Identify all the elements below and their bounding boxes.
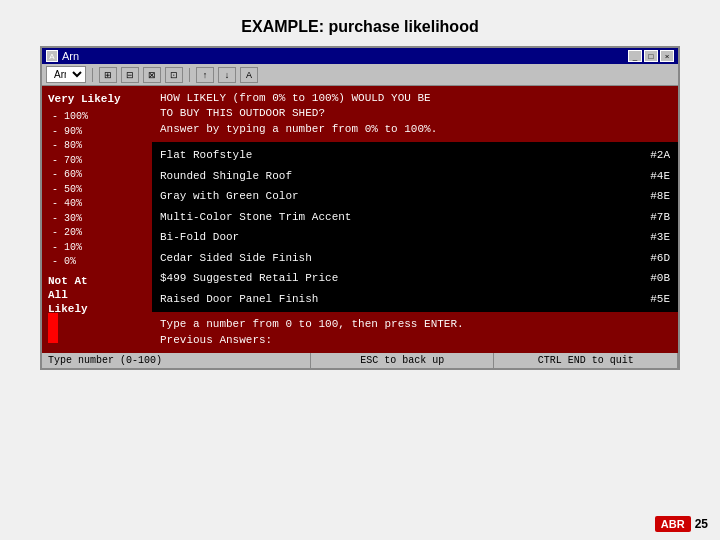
scale-item-30: - 30% (52, 212, 146, 227)
close-button[interactable]: × (660, 50, 674, 62)
toolbar: Arn ⊞ ⊟ ⊠ ⊡ ↑ ↓ A (42, 64, 678, 86)
toolbar-separator-2 (189, 68, 190, 82)
window-titlebar: A Arn _ □ × (42, 48, 678, 64)
titlebar-left: A Arn (46, 50, 79, 62)
item-row-6: Cedar Sided Side Finish #6D (152, 248, 678, 269)
view-dropdown[interactable]: Arn (46, 66, 86, 83)
window-controls: _ □ × (628, 50, 674, 62)
scale-item-90: - 90% (52, 125, 146, 140)
footer-line2: Previous Answers: (160, 333, 670, 348)
maximize-button[interactable]: □ (644, 50, 658, 62)
header-line2: TO BUY THIS OUTDOOR SHED? (160, 106, 670, 121)
status-segment-3: CTRL END to quit (494, 353, 678, 368)
toolbar-btn-6[interactable]: ↓ (218, 67, 236, 83)
left-panel: Very Likely - 100% - 90% - 80% - 70% - 6… (42, 86, 152, 353)
toolbar-btn-7[interactable]: A (240, 67, 258, 83)
very-likely-label: Very Likely (48, 92, 146, 106)
item-label-7: $499 Suggested Retail Price (160, 270, 642, 287)
item-code-3: #8E (650, 188, 670, 205)
status-segment-2: ESC to back up (311, 353, 495, 368)
status-segment-1: Type number (0-100) (42, 353, 311, 368)
item-row-7: $499 Suggested Retail Price #0B (152, 268, 678, 289)
item-label-2: Rounded Shingle Roof (160, 168, 642, 185)
item-label-6: Cedar Sided Side Finish (160, 250, 642, 267)
item-code-5: #3E (650, 229, 670, 246)
scale-item-100: - 100% (52, 110, 146, 125)
application-window: A Arn _ □ × Arn ⊞ ⊟ ⊠ ⊡ ↑ ↓ A (40, 46, 680, 370)
scale-item-80: - 80% (52, 139, 146, 154)
footer-section: Type a number from 0 to 100, then press … (152, 312, 678, 353)
toolbar-btn-1[interactable]: ⊞ (99, 67, 117, 83)
item-code-6: #6D (650, 250, 670, 267)
item-code-7: #0B (650, 270, 670, 287)
item-code-2: #4E (650, 168, 670, 185)
window-title-text: Arn (62, 50, 79, 62)
scale-item-10: - 10% (52, 241, 146, 256)
scale-item-70: - 70% (52, 154, 146, 169)
scale-item-20: - 20% (52, 226, 146, 241)
scale-item-50: - 50% (52, 183, 146, 198)
question-header: HOW LIKELY (from 0% to 100%) WOULD YOU B… (152, 86, 678, 142)
toolbar-btn-2[interactable]: ⊟ (121, 67, 139, 83)
scale-item-60: - 60% (52, 168, 146, 183)
item-row-4: Multi-Color Stone Trim Accent #7B (152, 207, 678, 228)
header-line1: HOW LIKELY (from 0% to 100%) WOULD YOU B… (160, 91, 670, 106)
toolbar-separator (92, 68, 93, 82)
title-text: EXAMPLE: purchase likelihood (241, 18, 478, 35)
page-number: 25 (695, 517, 708, 531)
main-content: Very Likely - 100% - 90% - 80% - 70% - 6… (42, 86, 678, 353)
scale-item-40: - 40% (52, 197, 146, 212)
item-row-1: Flat Roofstyle #2A (152, 145, 678, 166)
abr-logo: ABR (655, 516, 691, 532)
red-indicator (48, 313, 58, 343)
page-title: EXAMPLE: purchase likelihood (0, 0, 720, 46)
item-code-8: #5E (650, 291, 670, 308)
item-code-4: #7B (650, 209, 670, 226)
bottom-bar: ABR 25 (655, 516, 708, 532)
page-container: EXAMPLE: purchase likelihood A Arn _ □ ×… (0, 0, 720, 540)
item-label-3: Gray with Green Color (160, 188, 642, 205)
item-row-8: Raised Door Panel Finish #5E (152, 289, 678, 310)
item-label-8: Raised Door Panel Finish (160, 291, 642, 308)
items-section: Flat Roofstyle #2A Rounded Shingle Roof … (152, 142, 678, 312)
toolbar-btn-5[interactable]: ↑ (196, 67, 214, 83)
toolbar-btn-4[interactable]: ⊡ (165, 67, 183, 83)
scale-list: - 100% - 90% - 80% - 70% - 60% - 50% - 4… (52, 110, 146, 270)
item-row-5: Bi-Fold Door #3E (152, 227, 678, 248)
footer-line1: Type a number from 0 to 100, then press … (160, 317, 670, 332)
item-row-2: Rounded Shingle Roof #4E (152, 166, 678, 187)
item-label-1: Flat Roofstyle (160, 147, 642, 164)
scale-item-0: - 0% (52, 255, 146, 270)
window-icon: A (46, 50, 58, 62)
item-row-3: Gray with Green Color #8E (152, 186, 678, 207)
item-label-4: Multi-Color Stone Trim Accent (160, 209, 642, 226)
item-code-1: #2A (650, 147, 670, 164)
not-at-all-label: Not AtAllLikely (48, 274, 146, 317)
item-label-5: Bi-Fold Door (160, 229, 642, 246)
toolbar-btn-3[interactable]: ⊠ (143, 67, 161, 83)
minimize-button[interactable]: _ (628, 50, 642, 62)
status-bar: Type number (0-100) ESC to back up CTRL … (42, 353, 678, 368)
header-line3: Answer by typing a number from 0% to 100… (160, 122, 670, 137)
right-panel: HOW LIKELY (from 0% to 100%) WOULD YOU B… (152, 86, 678, 353)
